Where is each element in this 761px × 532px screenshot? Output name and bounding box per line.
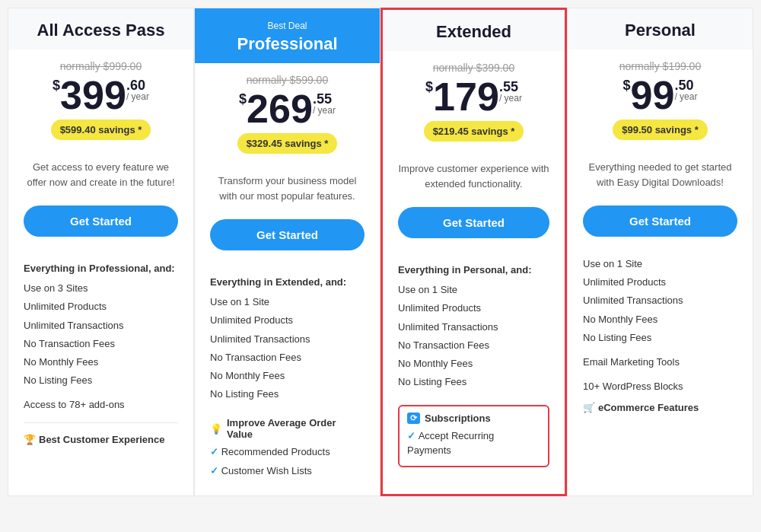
get-started-button-personal[interactable]: Get Started — [583, 205, 737, 237]
col-header-personal: Personal — [568, 8, 753, 49]
price-cents-year: .50/ year — [674, 78, 697, 101]
feature-group-header: 💡Improve Average Order Value — [210, 417, 365, 440]
savings-badge: $219.45 savings * — [424, 121, 524, 142]
feature-icon-text: 🛒eCommerce Features — [583, 402, 737, 413]
feature-section-header: Everything in Professional, and: — [24, 260, 178, 278]
price-year: / year — [126, 92, 149, 101]
group-title: Subscriptions — [425, 413, 491, 424]
price-cents-year: .60/ year — [126, 78, 149, 101]
col-header-all-access: All Access Pass — [8, 8, 193, 49]
price-cents-year: .55/ year — [313, 92, 336, 115]
cta-section: Get Started — [195, 212, 380, 258]
price-dollar-sign: $ — [239, 92, 247, 106]
plan-description: Everything needed to get started with Ea… — [568, 152, 753, 198]
feature-item: No Listing Fees — [583, 329, 737, 347]
current-price: $179.55/ year — [398, 77, 549, 116]
original-price: normally $999.00 — [24, 60, 178, 72]
features-section: Use on 1 SiteUnlimited ProductsUnlimited… — [568, 244, 753, 413]
feature-section-header: Everything in Personal, and: — [398, 261, 549, 279]
price-main: 179 — [433, 77, 499, 116]
feature-text: eCommerce Features — [598, 402, 699, 413]
feature-item: Email Marketing Tools — [583, 353, 737, 371]
feature-item: Unlimited Products — [24, 298, 178, 316]
feature-item: No Listing Fees — [210, 385, 365, 403]
price-section: normally $399.00$179.55/ year$219.45 sav… — [383, 51, 565, 154]
price-cents-year: .55/ year — [499, 80, 522, 103]
get-started-button-extended[interactable]: Get Started — [398, 207, 549, 238]
feature-item: Access to 78+ add-ons — [24, 396, 178, 414]
price-section: normally $599.00$269.55/ year$329.45 sav… — [195, 63, 380, 166]
cta-section: Get Started — [568, 198, 753, 244]
feature-item: No Monthly Fees — [583, 311, 737, 329]
feature-item: Unlimited Transactions — [583, 291, 737, 310]
price-cents: .50 — [674, 78, 693, 92]
feature-group-header: ⟳Subscriptions — [407, 413, 540, 424]
pricing-col-extended: Extendednormally $399.00$179.55/ year$21… — [380, 8, 567, 496]
plan-description: Get access to every feature we offer now… — [8, 152, 193, 198]
plan-name: Professional — [210, 34, 365, 54]
get-started-button-all-access[interactable]: Get Started — [24, 205, 178, 237]
feature-item: Unlimited Products — [583, 273, 737, 291]
get-started-button-professional[interactable]: Get Started — [210, 219, 365, 250]
price-cents: .60 — [126, 78, 145, 92]
plan-description: Improve customer experience with extende… — [383, 154, 565, 199]
price-cents: .55 — [313, 92, 332, 106]
feature-item-check: Accept Recurring Payments — [407, 427, 540, 459]
feature-item: Unlimited Products — [398, 299, 549, 317]
subscriptions-icon: ⟳ — [407, 413, 420, 424]
price-main: 399 — [60, 75, 126, 115]
feature-item: Unlimited Transactions — [210, 330, 365, 349]
features-section: Everything in Extended, and:Use on 1 Sit… — [195, 258, 380, 480]
feature-item: Unlimited Products — [210, 311, 365, 330]
feature-item-check: Customer Wish Lists — [210, 462, 365, 480]
cta-section: Get Started — [8, 198, 193, 244]
feature-item-check: Recommended Products — [210, 443, 365, 461]
price-dollar-sign: $ — [425, 80, 433, 94]
price-main: 269 — [247, 89, 313, 129]
savings-badge: $329.45 savings * — [237, 133, 338, 154]
feature-icon: 🛒 — [583, 402, 595, 413]
plan-name: Personal — [583, 21, 737, 40]
feature-item: No Monthly Fees — [398, 355, 549, 373]
plan-name: All Access Pass — [24, 21, 178, 40]
features-section: Everything in Personal, and:Use on 1 Sit… — [383, 246, 565, 467]
best-deal-badge: Best Deal — [210, 21, 365, 31]
price-section: normally $999.00$399.60/ year$599.40 sav… — [8, 49, 193, 152]
feature-item: Use on 1 Site — [583, 255, 737, 273]
original-price: normally $399.00 — [398, 62, 549, 74]
feature-item: Unlimited Transactions — [24, 317, 178, 335]
price-year: / year — [674, 92, 697, 101]
feature-item: 10+ WordPress Blocks — [583, 377, 737, 396]
feature-item: No Listing Fees — [24, 371, 178, 390]
pricing-col-personal: Personalnormally $199.00$99.50/ year$99.… — [567, 8, 753, 496]
feature-item: No Monthly Fees — [210, 367, 365, 385]
price-main: 99 — [631, 75, 675, 115]
footer-emoji: 🏆 — [24, 434, 36, 445]
savings-badge: $99.50 savings * — [613, 119, 707, 140]
feature-item: No Transaction Fees — [398, 336, 549, 355]
feature-item: Use on 1 Site — [210, 293, 365, 311]
feature-item: No Monthly Fees — [24, 353, 178, 371]
current-price: $269.55/ year — [210, 89, 365, 129]
feature-item: Use on 1 Site — [398, 281, 549, 299]
pricing-grid: All Access Passnormally $999.00$399.60/ … — [8, 8, 753, 496]
pricing-col-professional: Best DealProfessionalnormally $599.00$26… — [194, 8, 380, 496]
current-price: $399.60/ year — [24, 75, 178, 115]
plan-name: Extended — [398, 22, 549, 42]
feature-item: Use on 3 Sites — [24, 279, 178, 298]
feature-item: Unlimited Transactions — [398, 318, 549, 336]
plan-description: Transform your business model with our m… — [195, 166, 380, 212]
price-year: / year — [313, 106, 336, 115]
feature-group-box: ⟳SubscriptionsAccept Recurring Payments — [398, 405, 549, 467]
footer-text: Best Customer Experience — [39, 434, 164, 445]
price-section: normally $199.00$99.50/ year$99.50 savin… — [568, 49, 753, 152]
col-header-professional: Best DealProfessional — [195, 8, 380, 63]
group-title: Improve Average Order Value — [227, 417, 365, 440]
savings-badge: $599.40 savings * — [51, 119, 151, 140]
price-year: / year — [499, 94, 522, 103]
original-price: normally $199.00 — [583, 60, 737, 72]
features-section: Everything in Professional, and:Use on 3… — [8, 244, 193, 415]
feature-item: No Listing Fees — [398, 373, 549, 391]
feature-item: No Transaction Fees — [210, 349, 365, 367]
group-emoji: 💡 — [210, 423, 222, 435]
